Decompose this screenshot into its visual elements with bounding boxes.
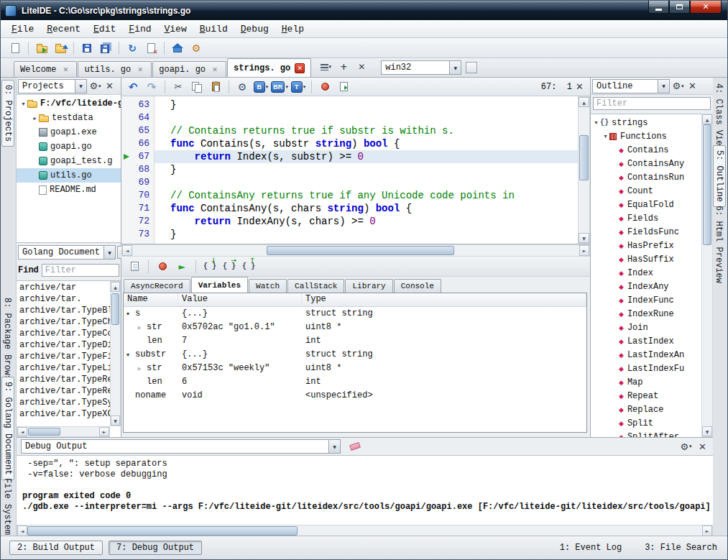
menu-build[interactable]: Build xyxy=(193,22,234,37)
code-line-71[interactable]: func ContainsAny(s, chars string) bool { xyxy=(155,202,578,215)
code-line-70[interactable]: // ContainsAny returns true if any Unico… xyxy=(155,189,578,202)
outline-item-contains[interactable]: ◆Contains xyxy=(591,143,701,157)
output-close-button[interactable]: ✕ xyxy=(696,440,709,453)
debug-tab-variables[interactable]: Variables xyxy=(191,277,248,293)
outline-item-containsrun[interactable]: ◆ContainsRun xyxy=(591,170,701,184)
expander-icon[interactable]: ▾ xyxy=(19,101,27,107)
scroll-down-icon[interactable]: ▼ xyxy=(111,416,120,426)
tab-strings-go[interactable]: strings. go✕ xyxy=(227,58,311,77)
outline-item-lastindexan[interactable]: ◆LastIndexAn xyxy=(591,348,701,362)
tab-welcome[interactable]: Welcome✕ xyxy=(14,61,77,77)
scroll-up-icon[interactable]: ▲ xyxy=(702,114,712,124)
scrollbar-thumb[interactable] xyxy=(579,135,589,180)
expander-icon[interactable]: ▸ xyxy=(31,115,39,121)
variable-row-str[interactable]: ▹str0x57153c "weekly"uint8 * xyxy=(124,362,586,375)
reload-file-button[interactable] xyxy=(124,40,141,57)
expander-icon[interactable]: ▾ xyxy=(602,133,609,139)
minimize-button[interactable] xyxy=(648,1,669,14)
document-item-archive-tar[interactable]: archive/tar. xyxy=(17,293,110,305)
status-button-2-build-output[interactable]: 2: Build Output xyxy=(9,541,103,555)
debug-tab-callstack[interactable]: CallStack xyxy=(287,279,344,293)
scrollbar-track[interactable] xyxy=(27,427,99,436)
outline-vscrollbar[interactable]: ▲▼ xyxy=(701,114,713,437)
status-button-3-file-search[interactable]: 3: File Search xyxy=(643,541,719,554)
outline-item-index[interactable]: ◆Index xyxy=(591,266,701,280)
combo-dropdown-icon[interactable]: ▼ xyxy=(75,80,86,93)
code-line-63[interactable]: } xyxy=(155,98,578,111)
code-line-68[interactable]: } xyxy=(155,163,578,176)
project-item-goapi-exe[interactable]: goapi.exe xyxy=(17,125,121,139)
status-button-7-debug-output[interactable]: 7: Debug Output xyxy=(109,541,202,555)
scroll-up-icon[interactable]: ▲ xyxy=(111,282,120,292)
column-header-name[interactable]: Name xyxy=(124,293,178,306)
tab-goapi-go[interactable]: goapi. go✕ xyxy=(152,61,226,77)
scrollbar-thumb[interactable] xyxy=(703,124,711,245)
line-number-68[interactable]: 68 xyxy=(121,163,154,176)
outline-item-lastindex[interactable]: ◆LastIndex xyxy=(591,334,701,348)
document-item-archive-tar-typefifo[interactable]: archive/tar.TypeFifo xyxy=(17,351,110,362)
outline-item-count[interactable]: ◆Count xyxy=(591,184,701,198)
debug-tab-console[interactable]: Console xyxy=(394,279,441,293)
scrollbar-track[interactable] xyxy=(27,525,702,536)
project-item-testdata[interactable]: ▸testdata xyxy=(17,111,121,125)
outline-item-repeat[interactable]: ◆Repeat xyxy=(591,389,701,403)
project-item-readme-md[interactable]: README.md xyxy=(17,183,121,197)
project-item-utils-go[interactable]: utils.go xyxy=(17,168,121,183)
scrollbar-track[interactable] xyxy=(132,245,579,256)
tab-close-icon[interactable]: ✕ xyxy=(60,65,70,75)
project-item-goapi-test-g[interactable]: goapi_test.g xyxy=(17,154,121,168)
variable-row-len[interactable]: len6int xyxy=(124,375,586,389)
tab-close-icon[interactable]: ✕ xyxy=(295,63,305,73)
projects-view-combo[interactable]: Projects ▼ xyxy=(18,79,87,93)
editor-config-button[interactable] xyxy=(234,78,251,96)
copy-button[interactable] xyxy=(188,78,206,96)
menu-debug[interactable]: Debug xyxy=(234,22,275,37)
debug-tab-watch[interactable]: Watch xyxy=(249,279,287,293)
expander-icon[interactable]: ▹ xyxy=(138,362,147,375)
step-over-button[interactable] xyxy=(221,258,238,275)
column-header-value[interactable]: Value xyxy=(178,293,302,306)
close-button[interactable]: ✕ xyxy=(690,1,722,14)
show-current-line-button[interactable] xyxy=(126,258,143,275)
line-number-67[interactable]: 67 xyxy=(121,150,154,163)
debug-tab-asyncrecord[interactable]: AsyncRecord xyxy=(124,279,190,293)
variable-row-substr[interactable]: ▾substr{...}struct string xyxy=(124,348,586,362)
dock-tab-file-system[interactable]: File System xyxy=(1,474,13,539)
close-file-button[interactable] xyxy=(142,40,160,57)
menu-find[interactable]: Find xyxy=(122,22,157,37)
line-number-65[interactable]: 65 xyxy=(121,124,154,137)
project-item-goapi-go[interactable]: goapi.go xyxy=(17,139,121,154)
titlebar[interactable]: LiteIDE - C:\Go\src\pkg\strings\strings.… xyxy=(1,1,727,20)
menu-view[interactable]: View xyxy=(157,22,193,37)
scrollbar-track[interactable] xyxy=(579,107,589,233)
outline-item-containsany[interactable]: ◆ContainsAny xyxy=(591,157,701,170)
outline-filter-input[interactable] xyxy=(593,97,711,110)
dock-tab-0-projects[interactable]: 0: Projects xyxy=(1,80,14,147)
outline-item-map[interactable]: ◆Map xyxy=(591,375,701,389)
outline-menu-button[interactable]: ⚙▾ xyxy=(672,80,684,93)
project-item-f-vfc-liteide-g[interactable]: ▾F:/vfc/liteide-g xyxy=(17,96,121,111)
scroll-down-icon[interactable]: ▼ xyxy=(702,426,712,436)
continue-debug-button[interactable] xyxy=(173,258,190,275)
stop-debug-button[interactable] xyxy=(154,258,171,275)
menu-file[interactable]: File xyxy=(5,22,40,37)
outline-item-strings[interactable]: ▾{}strings xyxy=(591,116,701,129)
scroll-right-icon[interactable]: ► xyxy=(702,525,712,536)
combo-dropdown-icon[interactable]: ▼ xyxy=(658,80,669,93)
env-settings-button[interactable] xyxy=(466,62,477,73)
build-menu-button[interactable]: B▾ xyxy=(252,78,269,96)
document-item-archive-tar-typeblo[interactable]: archive/tar.TypeBlo xyxy=(17,305,110,316)
scroll-right-icon[interactable]: ► xyxy=(99,427,109,436)
build-config-button[interactable] xyxy=(188,40,205,57)
code-editor[interactable]: 6364656667686970717273 }// Contains retu… xyxy=(121,96,590,244)
start-debug-button[interactable] xyxy=(316,78,333,96)
combo-dropdown-icon[interactable]: ▼ xyxy=(328,440,340,453)
column-header-type[interactable]: Type xyxy=(302,293,586,306)
output-menu-button[interactable]: ⚙▾ xyxy=(680,440,692,453)
document-item-archive-tar[interactable]: archive/tar xyxy=(17,282,110,293)
close-tab-button[interactable]: ✕ xyxy=(355,60,368,73)
outline-close-button[interactable]: ✕ xyxy=(686,80,699,93)
combo-dropdown-icon[interactable]: ▼ xyxy=(103,246,115,259)
outline-item-indexany[interactable]: ◆IndexAny xyxy=(591,280,701,293)
tab-utils-go[interactable]: utils. go✕ xyxy=(78,61,152,77)
